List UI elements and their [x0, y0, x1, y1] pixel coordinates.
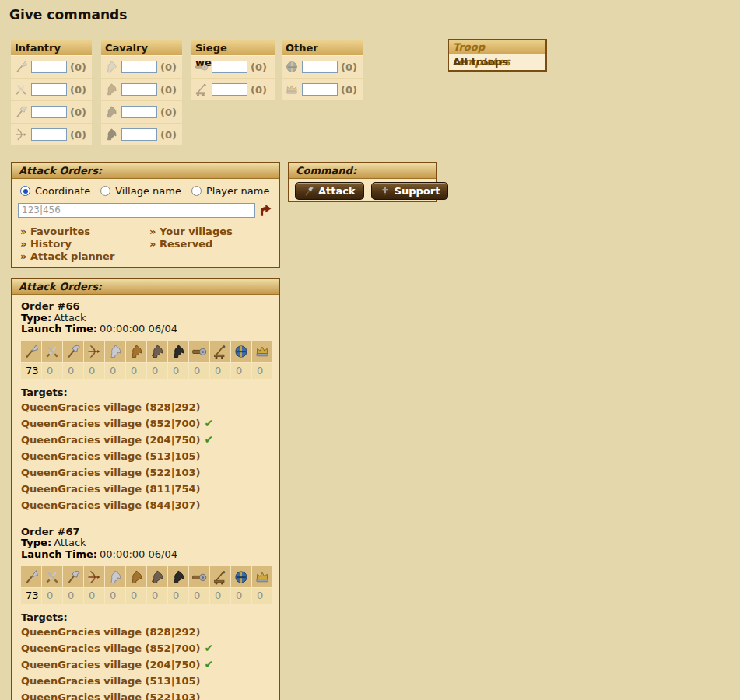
troop-available-count: (0)	[160, 129, 177, 141]
target-row: QueenGracies village (844|307)✔	[21, 497, 270, 513]
target-row: QueenGracies village (852|700)✔	[21, 640, 270, 656]
light-cavalry-icon	[126, 566, 146, 587]
attack-axe-icon	[303, 186, 314, 197]
targets-label: Targets:	[21, 387, 270, 399]
unit-count: 73	[21, 588, 41, 604]
order-launch-label: Launch Time:	[21, 548, 97, 560]
history-link[interactable]: » History	[20, 238, 149, 250]
unit-count: 0	[252, 363, 272, 379]
troop-available-count: (0)	[251, 84, 267, 96]
command-panel: Command: Attack Support	[288, 162, 437, 202]
radio-player-name[interactable]: Player name	[191, 185, 269, 197]
favourites-link[interactable]: » Favourites	[20, 226, 149, 238]
spear-icon	[21, 566, 41, 587]
target-village-link[interactable]: QueenGracies village (828|292)	[21, 401, 200, 413]
axe-icon	[13, 104, 29, 120]
target-village-link[interactable]: QueenGracies village (204|750)	[21, 659, 200, 670]
target-type-radios: Coordinate Village name Player name	[12, 179, 279, 199]
paladin-icon	[284, 59, 300, 75]
axe-icon	[63, 566, 83, 587]
target-row: QueenGracies village (828|292)✔	[21, 399, 270, 415]
unit-count: 73	[21, 363, 41, 379]
nobleman-count-input[interactable]	[302, 83, 338, 96]
troop-input-row: (0)	[282, 78, 363, 100]
target-row: QueenGracies village (828|292)✔	[21, 624, 270, 640]
unit-count: 0	[105, 588, 125, 604]
target-village-link[interactable]: QueenGracies village (513|105)	[21, 450, 200, 462]
unit-count: 0	[84, 363, 104, 379]
orders-body: Order #66 Type:Attack Launch Time:00:00:…	[12, 295, 279, 700]
paladin-count-input[interactable]	[302, 61, 338, 73]
nobleman-icon	[252, 566, 272, 587]
troop-available-count: (0)	[341, 84, 357, 96]
scout-icon	[105, 341, 125, 362]
target-village-link[interactable]: QueenGracies village (844|307)	[21, 499, 200, 511]
spear-count-input[interactable]	[31, 61, 67, 73]
target-row: QueenGracies village (513|105)✔	[21, 673, 270, 689]
order-name: Order #67	[21, 527, 270, 538]
troop-group-title: Other	[282, 40, 363, 55]
troop-input-row: (0)	[101, 123, 182, 145]
troop-group-title: Cavalry	[101, 40, 182, 55]
nobleman-icon	[284, 82, 300, 97]
attack-orders-form-panel: Attack Orders: Coordinate Village name P…	[11, 162, 280, 268]
scout-icon	[103, 59, 119, 75]
troop-available-count: (0)	[160, 61, 177, 73]
reserved-link[interactable]: » Reserved	[149, 238, 279, 250]
axe-count-input[interactable]	[31, 106, 67, 118]
order-type-value: Attack	[54, 312, 86, 324]
order-type-line: Type:Attack	[21, 313, 270, 324]
troop-input-row: (0)	[11, 123, 92, 145]
target-village-link[interactable]: QueenGracies village (811|754)	[21, 483, 200, 495]
troop-available-count: (0)	[70, 61, 86, 73]
troop-input-row: (0)	[11, 55, 92, 78]
support-button-label: Support	[395, 185, 440, 197]
radio-village-name[interactable]: Village name	[100, 185, 181, 197]
target-coordinate-input[interactable]	[18, 203, 255, 218]
unit-count: 0	[105, 363, 125, 379]
troop-group-other: Other (0) (0)	[282, 40, 363, 100]
attack-button[interactable]: Attack	[295, 182, 364, 200]
light-cavalry-icon	[103, 82, 119, 97]
troop-available-count: (0)	[160, 84, 177, 96]
troop-group-title: Infantry	[11, 40, 92, 55]
mounted-archer-count-input[interactable]	[121, 106, 157, 118]
your-villages-link[interactable]: » Your villages	[149, 226, 279, 238]
troop-available-count: (0)	[251, 61, 267, 73]
catapult-count-input[interactable]	[212, 83, 247, 96]
support-sword-icon	[380, 186, 391, 197]
nobleman-icon	[252, 341, 272, 362]
heavy-cavalry-icon	[168, 341, 188, 362]
target-village-link[interactable]: QueenGracies village (828|292)	[21, 626, 200, 638]
radio-label: Village name	[115, 185, 181, 197]
scout-count-input[interactable]	[121, 61, 157, 73]
target-village-link[interactable]: QueenGracies village (204|750)	[21, 434, 200, 446]
radio-circle	[20, 186, 30, 196]
ram-count-input[interactable]	[212, 61, 247, 73]
target-row: QueenGracies village (811|754)✔	[21, 481, 270, 497]
target-village-link[interactable]: QueenGracies village (522|103)	[21, 467, 200, 478]
check-icon: ✔	[204, 417, 213, 429]
target-village-link[interactable]: QueenGracies village (513|105)	[21, 675, 200, 687]
target-village-link[interactable]: QueenGracies village (852|700)	[21, 418, 200, 429]
archer-count-input[interactable]	[31, 128, 67, 141]
light-cavalry-count-input[interactable]	[121, 83, 157, 96]
go-arrow-icon[interactable]	[255, 201, 275, 219]
order-launch-value: 00:00:00 06/04	[100, 548, 177, 560]
unit-count: 0	[168, 363, 188, 379]
unit-count: 0	[231, 363, 251, 379]
spear-icon	[13, 59, 29, 75]
radio-label: Coordinate	[35, 185, 90, 197]
heavy-cavalry-count-input[interactable]	[121, 128, 157, 141]
troop-available-count: (0)	[70, 129, 86, 141]
check-icon: ✔	[204, 433, 213, 446]
order-unit-counts-row: 73 0 0 0 0 0 0 0 0 0 0 0	[21, 588, 272, 604]
target-village-link[interactable]: QueenGracies village (522|103)	[21, 691, 200, 700]
sword-count-input[interactable]	[31, 83, 67, 96]
order-unit-counts-row: 73 0 0 0 0 0 0 0 0 0 0 0	[21, 363, 272, 379]
attack-planner-link[interactable]: » Attack planner	[20, 250, 149, 263]
target-village-link[interactable]: QueenGracies village (852|700)	[21, 642, 200, 654]
troop-input-row: (0)	[101, 55, 182, 78]
support-button[interactable]: Support	[371, 182, 449, 200]
radio-coordinate[interactable]: Coordinate	[20, 185, 90, 197]
